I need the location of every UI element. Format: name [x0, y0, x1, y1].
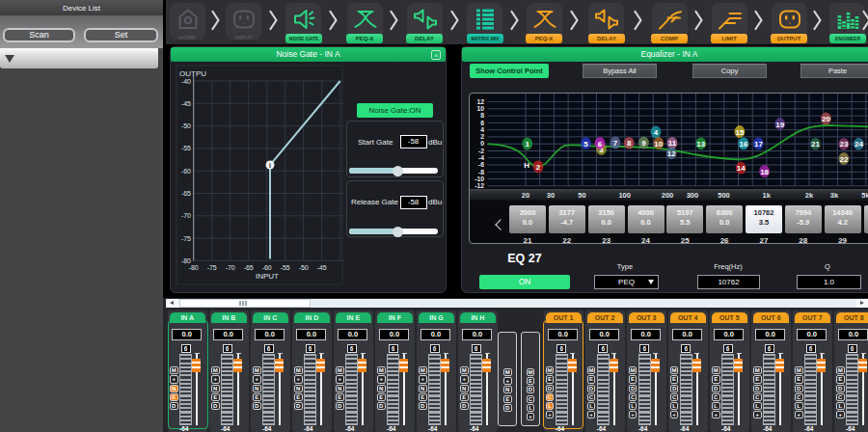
svg-text:3k: 3k [830, 191, 839, 200]
svg-text:1: 1 [525, 140, 529, 148]
svg-text:12: 12 [476, 98, 484, 105]
svg-text:22: 22 [839, 155, 848, 164]
svg-text:2: 2 [536, 163, 541, 172]
svg-text:9: 9 [641, 139, 646, 148]
svg-text:6: 6 [598, 140, 603, 148]
svg-text:200: 200 [662, 191, 674, 200]
svg-text:0: 0 [480, 140, 484, 147]
svg-text:5: 5 [583, 140, 588, 148]
svg-text:15: 15 [735, 128, 744, 137]
svg-text:13: 13 [696, 140, 705, 148]
svg-text:21: 21 [811, 140, 820, 148]
svg-text:-12: -12 [475, 182, 484, 189]
svg-text:19: 19 [775, 121, 784, 129]
svg-text:4: 4 [654, 128, 659, 137]
svg-text:16: 16 [739, 140, 747, 148]
svg-text:1k: 1k [763, 191, 772, 200]
svg-text:2: 2 [480, 133, 484, 140]
svg-text:23: 23 [839, 140, 848, 148]
svg-text:5k: 5k [861, 191, 868, 200]
svg-text:10: 10 [476, 105, 484, 112]
svg-text:2k: 2k [805, 191, 814, 200]
svg-text:17: 17 [754, 140, 763, 148]
svg-text:100: 100 [618, 191, 631, 200]
svg-text:10: 10 [654, 140, 663, 148]
svg-text:7: 7 [613, 139, 618, 148]
svg-text:18: 18 [760, 168, 769, 176]
svg-text:8: 8 [480, 112, 484, 119]
svg-text:4: 4 [480, 126, 484, 133]
svg-text:H: H [524, 161, 529, 170]
svg-text:-10: -10 [475, 176, 484, 182]
svg-text:12: 12 [667, 149, 676, 158]
svg-text:8: 8 [627, 139, 632, 148]
svg-text:-2: -2 [478, 148, 484, 154]
svg-text:20: 20 [822, 115, 830, 123]
svg-text:30: 30 [547, 191, 555, 200]
svg-text:11: 11 [668, 139, 677, 148]
svg-text:500: 500 [718, 191, 730, 200]
svg-text:50: 50 [578, 191, 585, 200]
svg-text:-8: -8 [478, 169, 484, 176]
svg-text:300: 300 [687, 191, 699, 200]
svg-text:20: 20 [522, 191, 529, 200]
svg-text:14: 14 [737, 164, 746, 173]
svg-text:-4: -4 [478, 154, 484, 161]
svg-text:24: 24 [854, 140, 863, 148]
svg-text:-6: -6 [478, 161, 484, 168]
svg-text:6: 6 [480, 120, 484, 126]
